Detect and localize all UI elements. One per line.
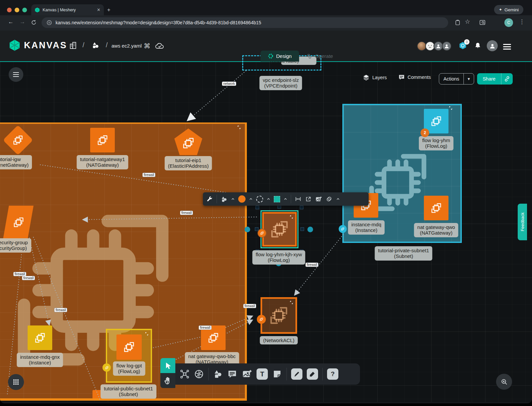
sticky-note-tool[interactable]	[272, 369, 282, 379]
design-file-name[interactable]: aws ec2.yaml	[111, 43, 142, 49]
node-label-security-group[interactable]: al-security-group (SecurityGroup)	[0, 238, 31, 253]
bookmark-star-icon[interactable]: ☆	[465, 18, 470, 25]
collapse-icon[interactable]	[237, 125, 241, 129]
dot-grid-button[interactable]	[8, 374, 24, 390]
resize-handle[interactable]	[300, 227, 304, 231]
edge-label-network[interactable]: network	[222, 82, 236, 86]
cloud-sync-icon[interactable]	[155, 43, 164, 49]
shapes-tool-icon[interactable]	[221, 196, 228, 203]
node-network-acl[interactable]	[261, 297, 297, 334]
comment-tool[interactable]	[227, 369, 237, 379]
node-label-vpc-endpoint[interactable]: vpc endpoint-slz (VPCEndpoint)	[260, 76, 302, 90]
node-label-natgateway-qwo[interactable]: nat gateway-qwo (NATGateway)	[414, 223, 458, 237]
maximize-window-button[interactable]	[22, 8, 27, 12]
actions-dropdown-icon[interactable]: ▼	[464, 77, 474, 81]
forward-button[interactable]: →	[20, 19, 25, 25]
chevron-up-icon[interactable]	[336, 198, 340, 200]
minimize-window-button[interactable]	[15, 8, 19, 12]
flowlog-yhm-count-badge[interactable]: 2	[421, 128, 429, 137]
tab-close-icon[interactable]: ✕	[97, 7, 100, 12]
node-label-instance-gnx[interactable]: instance-mdq-gnx (Instance)	[17, 353, 63, 367]
node-flowlog-gpt[interactable]	[116, 334, 142, 360]
connection-dot[interactable]	[307, 227, 313, 232]
edge-label-firewall[interactable]: firewall	[54, 308, 67, 312]
gemini-button[interactable]: ✦ Gemini	[494, 5, 523, 14]
image-tool[interactable]	[242, 369, 252, 379]
resize-handle[interactable]	[300, 206, 303, 209]
node-label-instance-mdq[interactable]: instance-mdq (Instance)	[348, 220, 385, 235]
text-tool[interactable]: T	[257, 368, 268, 380]
pan-tool[interactable]	[160, 373, 175, 388]
collapse-icon[interactable]	[289, 301, 293, 304]
node-label-flowlog-selected[interactable]: flow log-yhm-kjh-xyw (FlowLog)	[252, 250, 305, 265]
edge-label-firewall[interactable]: firewall	[180, 211, 193, 215]
feedback-tab[interactable]: Feedback	[518, 204, 527, 240]
share-button[interactable]: Share	[477, 73, 513, 85]
tab-design[interactable]: Design	[261, 51, 299, 62]
save-icon[interactable]	[454, 19, 461, 26]
node-label-public-subnet[interactable]: tutorial-public-subnet1 (Subnet)	[100, 384, 156, 399]
border-style-tool[interactable]	[256, 196, 263, 203]
edge-label-firewall[interactable]: firewall	[142, 173, 155, 177]
fill-color-swatch[interactable]	[238, 195, 246, 203]
command-palette-icon[interactable]: ⌘	[144, 42, 150, 50]
workspace-shapes-icon[interactable]	[91, 41, 100, 50]
layers-button[interactable]: Layers	[363, 74, 387, 81]
organization-icon[interactable]	[69, 41, 77, 50]
node-natgateway-qwo[interactable]	[424, 196, 448, 220]
zoom-button[interactable]	[496, 374, 512, 390]
select-tool-active[interactable]	[160, 358, 175, 373]
collaborator-avatar[interactable]	[442, 41, 451, 51]
node-label-flowlog-yhm[interactable]: flow log-yhm (FlowLog)	[419, 136, 453, 150]
canvas-menu-button[interactable]	[9, 67, 23, 82]
add-image-icon[interactable]	[315, 196, 322, 203]
lasso-icon[interactable]	[326, 196, 333, 203]
pen-tool[interactable]	[291, 368, 302, 380]
back-button[interactable]: ←	[8, 19, 14, 25]
resize-handle[interactable]	[255, 227, 259, 231]
kubernetes-tool[interactable]	[194, 369, 204, 379]
close-window-button[interactable]	[7, 8, 12, 12]
search-tabs-icon[interactable]	[479, 19, 486, 26]
actions-button[interactable]: Actions ▼	[439, 73, 474, 85]
browser-tab[interactable]: Kanvas | Meshery ✕	[31, 4, 104, 15]
text-width-icon[interactable]	[295, 196, 301, 202]
configure-wrench-icon[interactable]	[206, 196, 213, 202]
connection-dot[interactable]	[245, 227, 250, 232]
open-in-new-icon[interactable]	[305, 196, 311, 202]
flowlog-gpt-badge[interactable]	[102, 363, 111, 372]
tab-operate[interactable]: Operate	[299, 51, 340, 62]
node-label-natgateway1[interactable]: tutorial-natgateway1 (NATGateway)	[77, 155, 128, 169]
node-instance-gnx[interactable]	[28, 325, 52, 350]
chevron-up-icon[interactable]	[249, 198, 253, 200]
chrome-menu-icon[interactable]: ⋮	[519, 18, 525, 25]
collapse-icon[interactable]	[448, 106, 453, 110]
mesh-components-tool[interactable]	[180, 369, 190, 379]
flowlog-selected-badge[interactable]	[258, 229, 266, 238]
node-flowlog-selected[interactable]	[262, 212, 297, 247]
node-security-group[interactable]	[6, 206, 31, 239]
chevron-up-icon[interactable]	[267, 198, 270, 200]
bell-icon[interactable]	[474, 42, 481, 49]
node-label-flowlog-gpt[interactable]: flow log-gpt (FlowLog)	[113, 361, 145, 376]
shapes-tool[interactable]	[213, 369, 223, 379]
chrome-profile-avatar[interactable]: C	[504, 18, 513, 27]
catalog-icon[interactable]: 0	[458, 41, 467, 51]
edge-label-firewall[interactable]: firewall	[243, 304, 256, 308]
node-label-private-subnet[interactable]: tutorial-private-subnet1 (Subnet)	[375, 246, 432, 261]
site-info-icon[interactable]	[46, 20, 52, 26]
subnet-edge-badge[interactable]	[339, 225, 347, 233]
user-avatar[interactable]	[487, 40, 498, 51]
node-label-network-acl[interactable]: (NetworkACL)	[260, 336, 298, 344]
network-acl-badge[interactable]	[257, 315, 266, 324]
resize-handle[interactable]	[256, 206, 259, 209]
refresh-button[interactable]	[31, 19, 37, 26]
help-tool[interactable]: ?	[327, 368, 338, 380]
collapse-icon[interactable]	[145, 332, 149, 336]
pencil-tool[interactable]	[307, 368, 318, 380]
chevron-up-icon[interactable]	[284, 198, 287, 200]
shape-color-tool[interactable]	[274, 196, 280, 202]
edge-label-firewall[interactable]: firewall	[199, 325, 212, 330]
new-tab-button[interactable]: +	[107, 7, 110, 13]
node-internet-gateway[interactable]	[6, 128, 30, 152]
